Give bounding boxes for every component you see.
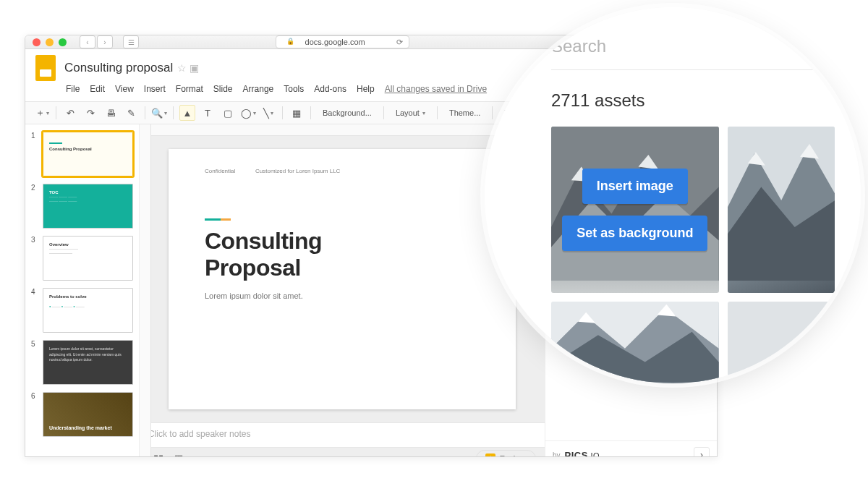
thumbnail-5[interactable]: 5 Lorem ipsum dolor sit amet, consectetu… [31,340,133,385]
print-button[interactable]: 🖶 [103,105,119,121]
reload-icon[interactable]: ⟳ [396,38,403,47]
accent-bar [205,218,231,221]
asset-thumbnail-1[interactable]: Insert image Set as background [551,127,719,293]
forward-button[interactable]: › [97,35,113,48]
nav-buttons: ‹ › [80,35,113,48]
search-input[interactable]: Search [551,36,835,70]
menu-addons[interactable]: Add-ons [314,84,346,97]
new-slide-button[interactable]: ＋ [34,105,50,121]
theme-button[interactable]: Theme... [443,105,486,121]
save-status[interactable]: All changes saved in Drive [385,84,487,97]
menu-tools[interactable]: Tools [284,84,304,97]
grid-view-icon[interactable]: ▦ [169,451,189,458]
menu-insert[interactable]: Insert [144,84,166,97]
menu-arrange[interactable]: Arrange [243,84,274,97]
layout-button[interactable]: Layout [390,105,431,121]
address-bar[interactable]: docs.google.com ⟳ [276,35,409,48]
thumbnail-2[interactable]: 2 TOC――― ――― ―――――― ――― ――― [31,184,133,229]
speaker-notes[interactable]: Click to add speaker notes [140,422,545,447]
close-window-icon[interactable] [33,38,41,46]
background-button[interactable]: Background... [317,105,378,121]
menu-view[interactable]: View [115,84,134,97]
sidebar-toggle-icon[interactable]: ☰ [123,35,139,48]
slide-subtitle[interactable]: Lorem ipsum dolor sit amet. [205,291,480,300]
bottom-bar: ▮▮ ▦ ✦ Explore [140,447,545,457]
menu-format[interactable]: Format [176,84,203,97]
slide-area[interactable]: Confidential Customized for Loren Ipsum … [140,136,545,422]
select-tool[interactable]: ▲ [179,105,195,121]
set-as-background-button[interactable]: Set as background [562,216,707,251]
window-controls [33,38,67,46]
asset-count: 2711 assets [551,90,835,111]
magnifier-overlay: Search 2711 assets Insert image Set as b… [485,7,861,383]
customized-label: Customized for Loren Ipsum LLC [255,168,340,174]
undo-button[interactable]: ↶ [62,105,78,121]
slides-logo-icon[interactable] [35,55,56,81]
thumbnail-3[interactable]: 3 Overview―――――――――――――――――― [31,236,133,281]
thumbnail-4[interactable]: 4 Problems to solve● ――― ● ――― ● ――― [31,288,133,333]
canvas: Confidential Customized for Loren Ipsum … [140,124,545,457]
document-title[interactable]: Consulting proposal [64,61,173,75]
thumbnail-1[interactable]: 1 Consulting Proposal [31,132,133,176]
asset-thumbnail-4[interactable] [728,302,835,383]
move-folder-icon[interactable]: ▣ [190,62,199,74]
panel-next-button[interactable]: › [694,447,710,457]
address-text: docs.google.com [305,38,365,46]
back-button[interactable]: ‹ [80,35,95,48]
redo-button[interactable]: ↷ [82,105,98,121]
slide-title[interactable]: ConsultingProposal [205,228,480,281]
paint-format-button[interactable]: ✎ [123,105,139,121]
ruler-horizontal [151,124,545,136]
line-tool[interactable]: ╲ [260,105,276,121]
by-label: by [553,451,561,458]
thumbnail-6[interactable]: 6 Understanding the market [31,392,133,437]
menu-help[interactable]: Help [357,84,375,97]
shape-tool[interactable]: ◯ [240,105,256,121]
menu-file[interactable]: File [66,84,80,97]
confidential-label: Confidential [205,168,235,174]
picsio-brand: PICS.IO [565,450,600,458]
explore-icon: ✦ [485,453,495,458]
filmstrip-view-icon[interactable]: ▮▮ [148,451,169,458]
image-tool[interactable]: ▢ [220,105,236,121]
asset-thumbnail-2[interactable] [728,127,835,293]
zoom-button[interactable]: 🔍 [151,105,167,121]
menu-slide[interactable]: Slide [213,84,233,97]
maximize-window-icon[interactable] [59,38,67,46]
minimize-window-icon[interactable] [46,38,54,46]
star-icon[interactable]: ☆ [177,62,187,74]
textbox-tool[interactable]: T [200,105,216,121]
explore-button[interactable]: ✦ Explore [476,450,536,458]
current-slide[interactable]: Confidential Customized for Loren Ipsum … [169,149,516,409]
mountain-image-icon [728,127,835,281]
slide-thumbnails: 1 Consulting Proposal 2 TOC――― ――― ―――――… [25,124,140,457]
insert-image-button[interactable]: Insert image [582,169,688,204]
menu-edit[interactable]: Edit [90,84,105,97]
comment-button[interactable]: ▦ [289,105,305,121]
